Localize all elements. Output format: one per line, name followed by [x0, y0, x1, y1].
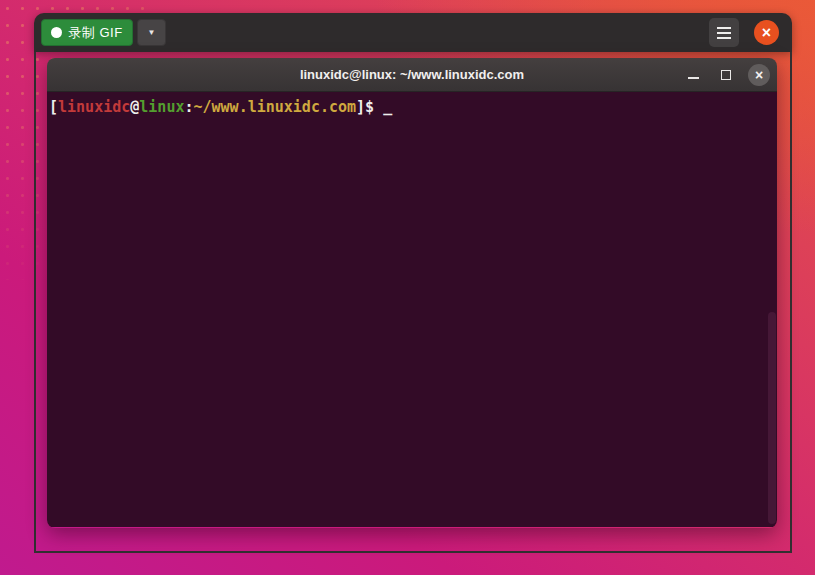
prompt-username: linuxidc — [58, 98, 130, 116]
close-icon: × — [755, 68, 763, 82]
record-gif-button[interactable]: 录制 GIF — [41, 19, 133, 46]
prompt-colon: : — [184, 98, 193, 116]
prompt-close-bracket: ] — [356, 98, 365, 116]
maximize-icon — [721, 70, 731, 80]
shell-prompt: [linuxidc@linux:~/www.linuxidc.com]$ _ — [49, 98, 767, 117]
record-options-dropdown-button[interactable]: ▼ — [137, 19, 166, 46]
terminal-scrollbar-thumb[interactable] — [768, 312, 776, 524]
app-menu-button[interactable] — [709, 18, 739, 47]
terminal-window: linuxidc@linux: ~/www.linuxidc.com × [li… — [47, 58, 777, 528]
chevron-down-icon: ▼ — [148, 28, 156, 37]
prompt-space — [374, 98, 383, 116]
menu-icon — [717, 27, 731, 29]
desktop: 录制 GIF ▼ × linuxidc@linux: ~/www.linuxid… — [0, 0, 815, 575]
prompt-working-directory: ~/www.linuxidc.com — [194, 98, 357, 116]
terminal-close-button[interactable]: × — [748, 64, 770, 86]
terminal-cursor: _ — [383, 98, 392, 116]
prompt-at-sign: @ — [130, 98, 139, 116]
menu-icon — [717, 37, 731, 39]
menu-icon — [717, 32, 731, 34]
minimize-icon — [688, 77, 699, 79]
record-dot-icon — [51, 27, 62, 38]
prompt-open-bracket: [ — [49, 98, 58, 116]
terminal-content-area[interactable]: [linuxidc@linux:~/www.linuxidc.com]$ _ — [47, 92, 777, 527]
prompt-dollar-sign: $ — [365, 98, 374, 116]
peek-header-bar[interactable]: 录制 GIF ▼ × — [34, 13, 792, 52]
close-icon: × — [762, 25, 771, 41]
record-button-label: 录制 GIF — [68, 24, 122, 42]
peek-close-button[interactable]: × — [754, 20, 779, 45]
terminal-maximize-button[interactable] — [716, 58, 736, 92]
terminal-title: linuxidc@linux: ~/www.linuxidc.com — [300, 67, 524, 82]
terminal-minimize-button[interactable] — [683, 58, 703, 92]
terminal-titlebar[interactable]: linuxidc@linux: ~/www.linuxidc.com × — [47, 58, 777, 92]
prompt-hostname: linux — [139, 98, 184, 116]
